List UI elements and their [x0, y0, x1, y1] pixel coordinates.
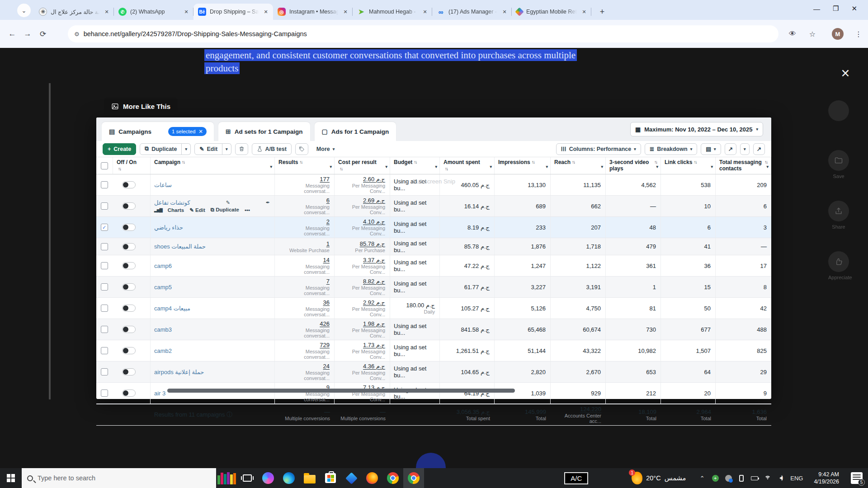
forward-button[interactable]: → [20, 26, 35, 42]
chrome-icon[interactable] [382, 468, 403, 488]
back-button[interactable]: ← [5, 26, 20, 42]
row-checkbox[interactable] [101, 368, 108, 375]
chevron-down-icon[interactable]: ▾ [330, 164, 332, 170]
ac-indicator[interactable]: A/C [564, 472, 588, 484]
tab-close-icon[interactable]: ✕ [342, 8, 349, 15]
campaign-toggle[interactable] [122, 224, 136, 231]
chevron-down-icon[interactable]: ▾ [435, 164, 437, 170]
tab-campaigns[interactable]: ▤ Campaigns 1 selected ✕ [102, 122, 214, 141]
table-row[interactable]: camp614Messaging conversat...3.37 ج.مPer… [96, 255, 771, 277]
reload-button[interactable]: ⟳ [35, 26, 51, 42]
export-button[interactable]: ↗ [725, 143, 736, 155]
column-header[interactable]: Impressions↑↓▾ [495, 157, 551, 174]
column-header[interactable]: Cost per result↑↓▾ [335, 157, 390, 174]
campaign-toggle[interactable] [122, 326, 136, 333]
campaign-toggle[interactable] [122, 347, 136, 354]
column-header[interactable]: Campaign↑↓▾ [151, 157, 275, 174]
profile-avatar[interactable]: M [832, 28, 844, 40]
firefox-icon[interactable] [362, 468, 382, 488]
select-all-checkbox[interactable] [101, 162, 108, 169]
browser-tab[interactable]: ◎Instagram • Message...✕ [273, 4, 353, 20]
clock[interactable]: 9:42 AM 4/19/2026 [814, 471, 839, 485]
chevron-down-icon[interactable]: ▾ [546, 164, 548, 170]
tray-chevron-icon[interactable]: ⌃ [698, 475, 706, 482]
row-checkbox[interactable] [101, 283, 108, 291]
blue-diamond-app-icon[interactable] [341, 468, 362, 488]
row-action-duplicate[interactable]: ⧉ Duplicate [211, 207, 239, 213]
onedrive-icon[interactable] [725, 475, 732, 482]
taskbar-search-input[interactable]: Type here to search [22, 468, 216, 488]
duplicate-button[interactable]: ⧉ Duplicate [140, 143, 182, 155]
breakdown-button[interactable]: ≣ Breakdown▾ [645, 143, 697, 155]
tab-search-chevron-icon[interactable]: ⌄ [17, 4, 31, 17]
edit-caret-button[interactable]: ▾ [222, 143, 231, 155]
row-checkbox[interactable] [101, 347, 108, 354]
row-checkbox[interactable]: ✓ [101, 224, 108, 231]
campaign-toggle[interactable] [122, 262, 136, 269]
tab-close-icon[interactable]: ✕ [262, 8, 269, 15]
campaign-toggle[interactable] [122, 305, 136, 312]
table-row[interactable]: shoes حملة المبيعات1Website Purchase85.7… [96, 238, 771, 255]
task-view-icon[interactable] [237, 468, 258, 488]
menu-kebab-icon[interactable]: ⋮ [852, 27, 865, 41]
row-checkbox[interactable] [101, 202, 108, 210]
tab-ad-sets[interactable]: ⊞ Ad sets for 1 Campaign [218, 122, 310, 141]
site-info-icon[interactable]: ⚙ [74, 31, 79, 38]
campaign-toggle[interactable] [122, 283, 136, 291]
edit-button[interactable]: ✎ Edit [194, 143, 222, 155]
campaign-name-link[interactable]: airpods حملة إعلانية [154, 369, 204, 375]
campaign-name-link[interactable]: حذاء رياضي [154, 224, 183, 231]
author-avatar[interactable] [828, 100, 849, 121]
column-header[interactable]: Link clicks↑↓▾ [661, 157, 716, 174]
battery-icon[interactable] [751, 476, 758, 480]
chrome-active-icon[interactable] [403, 468, 424, 488]
share-action[interactable]: Share [828, 201, 849, 230]
close-window-button[interactable]: ✕ [851, 5, 857, 13]
table-row[interactable]: ساعات177Messaging conversat...2.60 ج.مPe… [96, 174, 771, 196]
campaign-name-link[interactable]: shoes حملة المبيعات [154, 243, 206, 250]
duplicate-caret-button[interactable]: ▾ [182, 143, 191, 155]
edit-name-icon[interactable]: ✎ [226, 200, 230, 206]
minimize-button[interactable]: — [813, 5, 820, 13]
badge-close-icon[interactable]: ✕ [198, 128, 203, 135]
row-action-charts[interactable]: Charts [168, 207, 184, 213]
chevron-down-icon[interactable]: ▾ [601, 164, 603, 170]
ab-test-button[interactable]: A/B test [252, 143, 292, 155]
tag-button[interactable] [295, 143, 308, 155]
campaign-name-link[interactable]: camp6 [154, 263, 172, 269]
column-header[interactable]: Off / On↑↓ [113, 157, 151, 174]
chevron-down-icon[interactable]: ▾ [711, 164, 713, 170]
campaign-name-link[interactable]: ساعات [154, 182, 172, 188]
chevron-down-icon[interactable]: ▾ [270, 164, 272, 170]
chevron-down-icon[interactable]: ▾ [656, 164, 658, 170]
row-checkbox[interactable] [101, 262, 108, 269]
columns-button[interactable]: ☰ Columns: Performance▾ [556, 143, 641, 155]
selected-badge[interactable]: 1 selected ✕ [168, 127, 207, 136]
weather-widget[interactable]: 1 20°C مشمس [632, 472, 686, 484]
volume-icon[interactable] [777, 476, 784, 480]
browser-tab[interactable]: ✳دراسة حالة مركز علاج ال...✕ [34, 4, 114, 20]
campaign-name-link[interactable]: camb2 [154, 347, 172, 354]
maximize-button[interactable]: ❐ [833, 5, 839, 13]
column-header[interactable]: Results↑↓▾ [275, 157, 335, 174]
table-row[interactable]: air 39Messaging conversat...7.13 ج.مPer … [96, 383, 771, 404]
table-row[interactable]: camb3426Messaging conversat...1.98 ج.مPe… [96, 319, 771, 340]
column-header[interactable]: Reach↑↓▾ [551, 157, 606, 174]
browser-tab[interactable]: ➤Mahmoud Hegab - ...✕ [353, 4, 432, 20]
antivirus-icon[interactable]: + [712, 475, 719, 482]
copilot-icon[interactable] [258, 468, 278, 488]
save-action[interactable]: Save [828, 150, 849, 179]
microsoft-store-icon[interactable] [320, 468, 341, 488]
edge-icon[interactable] [278, 468, 299, 488]
column-header[interactable]: Amount spent↑↓▾ [440, 157, 495, 174]
tab-close-icon[interactable]: ✕ [183, 8, 190, 15]
browser-tab[interactable]: BēDrop Shipping – Sale...✕ [193, 4, 273, 20]
share-icon[interactable] [828, 201, 849, 221]
delete-button[interactable] [235, 143, 248, 155]
header-select-all[interactable] [96, 157, 113, 174]
eye-off-icon[interactable]: 👁 [786, 27, 799, 41]
row-checkbox[interactable] [101, 389, 108, 397]
reports-button[interactable]: ▤▾ [701, 143, 721, 155]
campaign-toggle[interactable] [122, 368, 136, 375]
export-caret-button[interactable]: ▾ [740, 143, 750, 155]
